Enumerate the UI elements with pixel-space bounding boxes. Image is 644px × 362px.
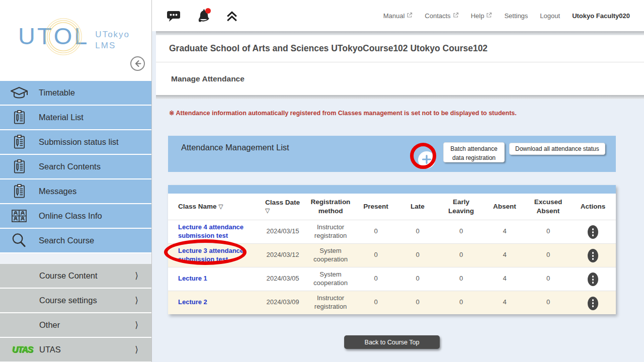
registration-method: System cooperation bbox=[305, 267, 356, 291]
column-header-early-leaving: Early Leaving bbox=[439, 194, 483, 220]
people-grid-icon bbox=[8, 209, 31, 223]
attendance-notice: ※ Attendance information automatically r… bbox=[169, 109, 644, 117]
magnifier-icon bbox=[8, 232, 31, 249]
main-area: Manual Contacts Help S bbox=[152, 0, 644, 362]
present-count: 0 bbox=[356, 291, 396, 314]
collapse-topbar-icon[interactable] bbox=[225, 10, 238, 22]
table-row: Lecture 1 2024/03/05 System cooperation … bbox=[168, 267, 616, 291]
settings-link[interactable]: Settings bbox=[504, 12, 528, 20]
help-link[interactable]: Help bbox=[471, 12, 493, 20]
header-shadow-band bbox=[156, 95, 644, 99]
column-header-registration-method: Registration method bbox=[305, 194, 356, 220]
sidebar-item-label: Online Class Info bbox=[39, 211, 102, 221]
late-count: 0 bbox=[396, 291, 439, 314]
sidebar-item-label: Search Course bbox=[39, 236, 94, 245]
table-row: Lecture 2 2024/03/09 Instructor registra… bbox=[168, 291, 616, 314]
class-date: 2024/03/12 bbox=[260, 243, 305, 267]
add-attendance-button[interactable] bbox=[418, 151, 435, 168]
clipboard-icon bbox=[8, 134, 31, 150]
excused-absent-count: 0 bbox=[526, 243, 570, 267]
clipboard-icon bbox=[8, 159, 31, 174]
sidebar-item-course-content[interactable]: Course Content ⟩ bbox=[0, 264, 151, 288]
batch-attendance-registration-button[interactable]: Batch attendance data registration bbox=[443, 142, 505, 162]
plus-icon bbox=[422, 154, 432, 166]
class-date: 2024/03/05 bbox=[260, 267, 305, 291]
sidebar-main-menu: Timetable Material List bbox=[0, 81, 151, 252]
absent-count: 4 bbox=[483, 267, 526, 291]
row-actions-menu-icon[interactable] bbox=[588, 297, 598, 310]
class-link-lecture1[interactable]: Lecture 1 bbox=[178, 275, 207, 282]
column-header-present: Present bbox=[356, 194, 396, 220]
class-date: 2024/03/09 bbox=[260, 291, 305, 314]
column-header-late: Late bbox=[396, 194, 439, 220]
sidebar-item-label: Course Content bbox=[39, 271, 98, 281]
chat-icon[interactable] bbox=[166, 8, 181, 24]
topbar-links: Manual Contacts Help S bbox=[383, 0, 630, 31]
sidebar-item-label: UTAS bbox=[39, 345, 61, 354]
topbar-icons bbox=[166, 0, 238, 31]
table-top-bar bbox=[168, 185, 616, 194]
late-count: 0 bbox=[396, 220, 439, 243]
sidebar-item-label: Other bbox=[39, 320, 60, 330]
sidebar-item-online-class-info[interactable]: Online Class Info bbox=[0, 204, 151, 228]
early-leaving-count: 0 bbox=[439, 243, 483, 267]
sidebar-item-course-settings[interactable]: Course settings ⟩ bbox=[0, 289, 151, 312]
sidebar-item-label: Material List bbox=[39, 113, 84, 122]
sidebar-item-submission-status-list[interactable]: Submission status list bbox=[0, 130, 151, 154]
early-leaving-count: 0 bbox=[439, 267, 483, 291]
sidebar-item-label: Course settings bbox=[39, 296, 97, 305]
manual-link[interactable]: Manual bbox=[383, 12, 413, 20]
logout-link[interactable]: Logout bbox=[540, 12, 560, 20]
table-row: Lecture 4 attendance submission test 202… bbox=[168, 220, 616, 243]
class-link-lecture3[interactable]: Lecture 3 attendance submission test bbox=[178, 247, 244, 263]
sidebar-item-timetable[interactable]: Timetable bbox=[0, 81, 151, 105]
present-count: 0 bbox=[356, 243, 396, 267]
sidebar-item-utas[interactable]: UTAS UTAS ⟩ bbox=[0, 338, 151, 361]
row-actions-menu-icon[interactable] bbox=[588, 273, 598, 286]
logo-area: UTOL UTokyo LMS bbox=[0, 0, 151, 81]
sidebar-item-label: Submission status list bbox=[39, 137, 119, 147]
column-header-actions: Actions bbox=[570, 194, 616, 220]
column-header-class-name[interactable]: Class Name ▽ bbox=[168, 194, 260, 220]
sidebar-secondary-menu: Course Content ⟩ Course settings ⟩ Other… bbox=[0, 264, 151, 361]
table-row: Lecture 3 attendance submission test 202… bbox=[168, 243, 616, 267]
chevron-right-icon: ⟩ bbox=[135, 270, 138, 281]
row-actions-menu-icon[interactable] bbox=[588, 249, 598, 262]
utas-logo-icon: UTAS bbox=[12, 345, 33, 355]
sidebar-item-other[interactable]: Other ⟩ bbox=[0, 313, 151, 337]
back-to-course-top-button[interactable]: Back to Course Top bbox=[344, 335, 440, 349]
sidebar-collapse-button[interactable] bbox=[130, 56, 145, 71]
course-title: Graduate School of Arts and Sciences UTo… bbox=[156, 35, 644, 62]
logo-subtitle-line1: UTokyo bbox=[95, 29, 130, 40]
notification-bell-icon[interactable] bbox=[194, 7, 212, 25]
column-header-class-date[interactable]: Class Date▽ bbox=[260, 194, 305, 220]
sidebar-item-search-course[interactable]: Search Course bbox=[0, 229, 151, 252]
contacts-link[interactable]: Contacts bbox=[425, 12, 458, 20]
excused-absent-count: 0 bbox=[526, 220, 570, 243]
sidebar: UTOL UTokyo LMS bbox=[0, 0, 152, 362]
download-all-attendance-button[interactable]: Download all attendance status bbox=[509, 143, 605, 155]
utol-logo-text: UTOL bbox=[18, 23, 89, 49]
logged-in-user: Utokyo Faculty020 bbox=[572, 12, 630, 20]
class-link-lecture2[interactable]: Lecture 2 bbox=[178, 298, 207, 306]
sidebar-group-divider bbox=[0, 253, 151, 264]
absent-count: 4 bbox=[483, 220, 526, 243]
row-actions-menu-icon[interactable] bbox=[588, 225, 598, 239]
sidebar-item-messages[interactable]: Messages bbox=[0, 179, 151, 203]
sidebar-item-label: Timetable bbox=[39, 88, 75, 98]
late-count: 0 bbox=[396, 243, 439, 267]
screen: UTOL UTokyo LMS bbox=[0, 0, 644, 362]
registration-method: Instructor registration bbox=[305, 220, 356, 243]
absent-count: 4 bbox=[483, 243, 526, 267]
graduation-cap-icon bbox=[8, 85, 31, 101]
present-count: 0 bbox=[356, 220, 396, 243]
class-link-lecture4[interactable]: Lecture 4 attendance submission test bbox=[178, 223, 244, 239]
sidebar-item-search-contents[interactable]: Search Contents bbox=[0, 155, 151, 178]
back-arrow-icon bbox=[130, 65, 145, 73]
sidebar-item-material-list[interactable]: Material List bbox=[0, 106, 151, 129]
absent-count: 4 bbox=[483, 291, 526, 314]
present-count: 0 bbox=[356, 267, 396, 291]
column-header-absent: Absent bbox=[483, 194, 526, 220]
sidebar-item-label: Search Contents bbox=[39, 162, 101, 171]
excused-absent-count: 0 bbox=[526, 291, 570, 314]
